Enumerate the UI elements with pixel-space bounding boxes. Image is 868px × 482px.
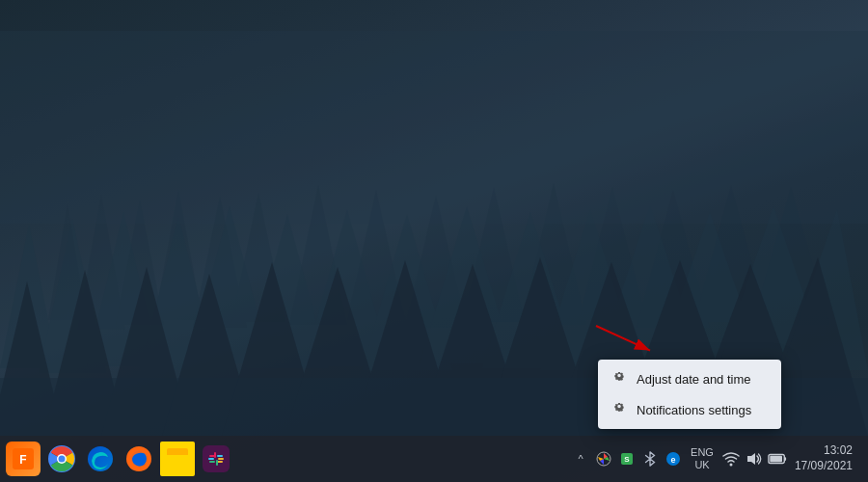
svg-rect-62 [209,461,215,463]
date-display: 17/09/2021 [795,459,853,474]
region-label: UK [694,459,709,471]
adjust-date-time-label: Adjust date and time [637,372,751,387]
taskbar-app-chromium[interactable] [44,442,79,476]
volume-icon[interactable] [745,449,764,469]
desktop: Adjust date and time Notifications setti… [0,0,868,482]
adjust-date-time-item[interactable]: Adjust date and time [598,363,781,394]
wifi-icon[interactable] [721,449,741,469]
svg-rect-77 [784,457,786,461]
svg-rect-59 [203,445,230,472]
svg-rect-64 [214,452,216,458]
gear-icon-1 [611,371,627,387]
svg-rect-76 [770,456,782,462]
taskbar-app-firefox[interactable] [122,442,156,476]
time-display: 13:02 [824,443,853,459]
svg-rect-45 [0,31,868,224]
gear-icon-2 [611,402,627,417]
svg-rect-61 [217,455,223,457]
taskbar-apps: F [0,442,239,476]
svg-text:e: e [671,455,676,465]
indicator-arrow [588,318,665,357]
svg-line-47 [596,326,650,351]
taskbar-app-fl-studio[interactable]: F [6,442,41,476]
svg-text:S: S [624,455,630,464]
language-region[interactable]: ENG UK [691,446,714,471]
taskbar-app-slack[interactable] [199,442,233,476]
svg-point-73 [729,464,732,467]
svg-rect-66 [208,458,214,460]
svg-rect-65 [216,460,218,466]
svg-text:F: F [19,453,26,467]
tray-app-icon-2[interactable]: S [617,449,637,469]
context-menu: Adjust date and time Notifications setti… [598,360,781,429]
svg-rect-58 [167,453,188,455]
notifications-settings-item[interactable]: Notifications settings [598,394,781,425]
datetime-display[interactable]: 13:02 17/09/2021 [795,443,853,473]
battery-icon[interactable] [768,449,787,469]
system-tray: ^ S [563,443,868,473]
tray-overflow-button[interactable]: ^ [571,449,590,469]
notifications-settings-label: Notifications settings [637,403,751,417]
taskbar-app-edge[interactable] [83,442,118,476]
tray-app-icon-1[interactable] [594,449,613,469]
svg-rect-67 [218,458,224,460]
language-label: ENG [691,446,714,459]
taskbar-app-sticky-notes[interactable] [160,442,195,476]
taskbar: F [0,436,868,482]
svg-point-52 [59,456,66,463]
bluetooth-icon[interactable] [640,449,660,469]
svg-marker-74 [747,453,755,465]
tray-app-icon-3[interactable]: e [664,449,683,469]
